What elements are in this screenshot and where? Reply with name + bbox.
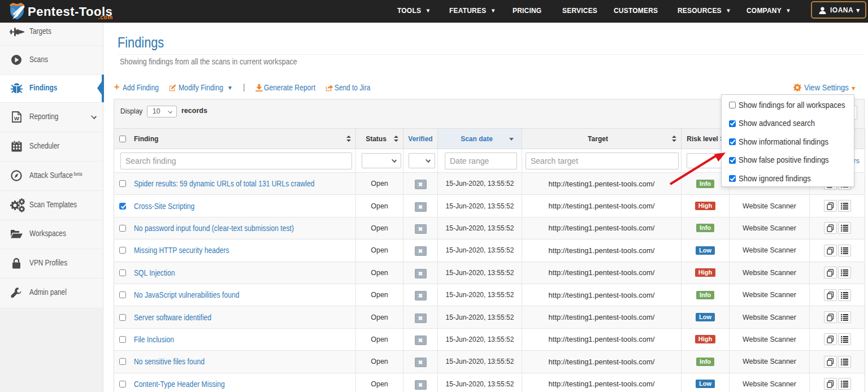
svg-text:W: W bbox=[14, 115, 19, 121]
